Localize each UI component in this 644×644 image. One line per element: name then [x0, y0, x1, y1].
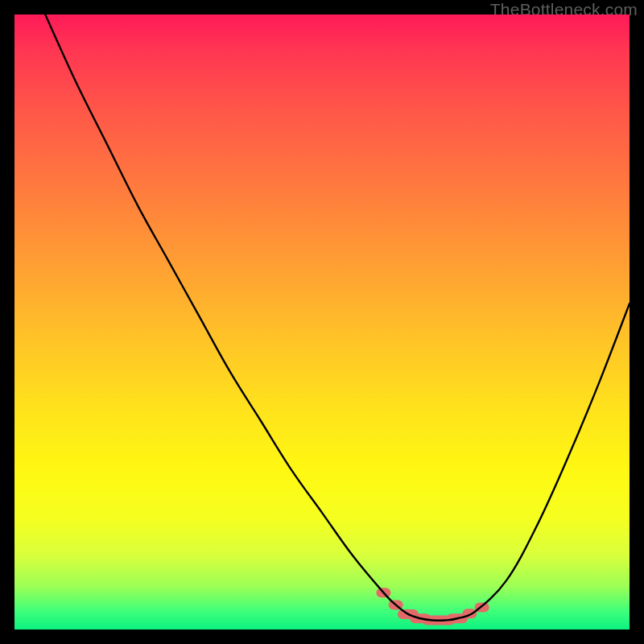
plot-area	[14, 14, 630, 630]
curve-svg	[14, 14, 630, 630]
bottleneck-curve	[45, 14, 630, 621]
chart-frame: TheBottleneck.com	[0, 0, 644, 644]
